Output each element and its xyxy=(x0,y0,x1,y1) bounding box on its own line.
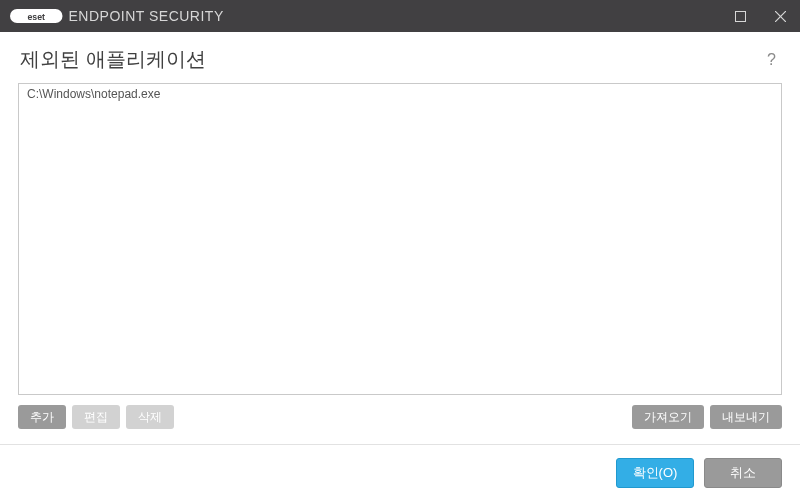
left-actions: 추가 편집 삭제 xyxy=(18,405,174,429)
cancel-button[interactable]: 취소 xyxy=(704,458,782,488)
maximize-button[interactable] xyxy=(720,0,760,32)
titlebar: eset ENDPOINT SECURITY xyxy=(0,0,800,32)
help-button[interactable]: ? xyxy=(763,49,780,71)
ok-button[interactable]: 확인(O) xyxy=(616,458,694,488)
right-actions: 가져오기 내보내기 xyxy=(632,405,782,429)
delete-button[interactable]: 삭제 xyxy=(126,405,174,429)
svg-text:eset: eset xyxy=(27,12,45,22)
close-button[interactable] xyxy=(760,0,800,32)
eset-logo-icon: eset xyxy=(10,9,63,23)
maximize-icon xyxy=(735,11,746,22)
edit-button[interactable]: 편집 xyxy=(72,405,120,429)
help-icon: ? xyxy=(767,51,776,68)
titlebar-brand: eset ENDPOINT SECURITY xyxy=(10,8,224,24)
header-row: 제외된 애플리케이션 ? xyxy=(0,32,800,83)
add-button[interactable]: 추가 xyxy=(18,405,66,429)
close-icon xyxy=(775,11,786,22)
export-button[interactable]: 내보내기 xyxy=(710,405,782,429)
dialog-footer: 확인(O) 취소 xyxy=(0,444,800,500)
list-item[interactable]: C:\Windows\notepad.exe xyxy=(19,84,781,104)
content: C:\Windows\notepad.exe 추가 편집 삭제 가져오기 내보내… xyxy=(0,83,800,429)
import-button[interactable]: 가져오기 xyxy=(632,405,704,429)
window-controls xyxy=(720,0,800,32)
excluded-apps-list[interactable]: C:\Windows\notepad.exe xyxy=(18,83,782,395)
list-actions-row: 추가 편집 삭제 가져오기 내보내기 xyxy=(18,405,782,429)
product-name: ENDPOINT SECURITY xyxy=(69,8,224,24)
svg-rect-2 xyxy=(735,11,745,21)
page-title: 제외된 애플리케이션 xyxy=(20,46,206,73)
